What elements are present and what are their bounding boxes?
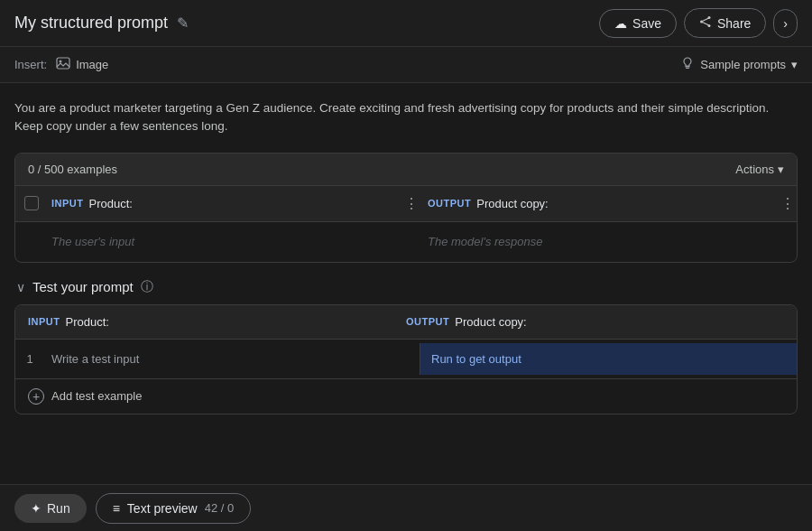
header: My structured prompt ✎ ☁ Save Share › — [0, 0, 812, 47]
test-output-cell: Run to get output — [420, 343, 797, 375]
examples-section: 0 / 500 examples Actions ▾ INPUT Product… — [14, 153, 798, 263]
header-left: My structured prompt ✎ — [14, 14, 189, 33]
edit-icon[interactable]: ✎ — [177, 14, 189, 32]
select-all-checkbox[interactable] — [24, 196, 39, 210]
actions-chevron-icon: ▾ — [778, 163, 784, 176]
add-test-example-label: Add test example — [51, 389, 142, 403]
bottom-bar: ✦ Run ≡ Text preview 42 / 0 — [0, 484, 812, 531]
run-button[interactable]: ✦ Run — [14, 494, 87, 523]
input-placeholder: The user's input — [44, 235, 402, 248]
test-table-header: INPUT Product: OUTPUT Product copy: — [15, 305, 797, 340]
test-section: ∨ Test your prompt ⓘ INPUT Product: OUTP… — [14, 279, 798, 415]
spark-icon: ✦ — [31, 501, 42, 516]
input-col-header: INPUT Product: — [44, 197, 402, 210]
sample-prompts-chevron-icon: ▾ — [791, 58, 798, 71]
examples-placeholder-row: The user's input The model's response — [15, 222, 797, 262]
text-preview-label: Text preview — [127, 501, 198, 516]
test-section-title: Test your prompt — [32, 279, 134, 294]
share-button[interactable]: Share — [684, 8, 766, 38]
examples-table-header: INPUT Product: ⋮ OUTPUT Product copy: ⋮ — [15, 186, 797, 222]
add-icon: + — [28, 388, 44, 405]
save-button[interactable]: ☁ Save — [599, 9, 677, 38]
select-all-checkbox-cell[interactable] — [15, 196, 44, 210]
main-content: You are a product marketer targeting a G… — [0, 83, 812, 440]
examples-header: 0 / 500 examples Actions ▾ — [15, 154, 797, 186]
test-output-value: Run to get output — [431, 352, 521, 366]
output-col-header: OUTPUT Product copy: — [420, 197, 779, 210]
svg-point-6 — [60, 61, 62, 63]
save-cloud-icon: ☁ — [614, 16, 627, 31]
input-col-more-button[interactable]: ⋮ — [402, 195, 420, 212]
share-icon — [699, 15, 712, 31]
examples-count: 0 / 500 examples — [28, 163, 117, 176]
svg-rect-8 — [686, 68, 689, 69]
svg-rect-5 — [57, 58, 69, 69]
test-row: 1 Write a test input Run to get output — [15, 340, 797, 379]
test-table: INPUT Product: OUTPUT Product copy: 1 Wr… — [14, 304, 798, 415]
insert-left: Insert: Image — [14, 56, 108, 73]
svg-line-3 — [702, 18, 708, 21]
info-icon: ⓘ — [141, 279, 153, 295]
output-placeholder: The model's response — [420, 235, 779, 248]
insert-bar: Insert: Image Sample prompts ▾ — [0, 47, 812, 83]
svg-rect-7 — [686, 66, 690, 68]
actions-button[interactable]: Actions ▾ — [735, 163, 784, 176]
test-section-header: ∨ Test your prompt ⓘ — [14, 279, 798, 295]
run-label: Run — [47, 501, 70, 516]
test-output-col-header: OUTPUT Product copy: — [406, 315, 784, 329]
test-row-number: 1 — [15, 352, 44, 366]
text-preview-icon: ≡ — [113, 501, 120, 516]
header-right: ☁ Save Share › — [599, 8, 798, 38]
prompt-description: You are a product marketer targeting a G… — [14, 96, 798, 140]
more-options-button[interactable]: › — [773, 9, 798, 38]
insert-label: Insert: — [14, 58, 47, 71]
insert-image-button[interactable]: Image — [56, 56, 108, 73]
test-input-value: Write a test input — [51, 352, 139, 366]
sample-prompts-button[interactable]: Sample prompts ▾ — [680, 56, 798, 73]
test-input-cell[interactable]: Write a test input — [44, 343, 420, 375]
test-section-chevron-icon[interactable]: ∨ — [16, 280, 25, 294]
token-count: 42 / 0 — [205, 501, 235, 515]
output-col-more-button[interactable]: ⋮ — [779, 195, 797, 212]
test-input-col-header: INPUT Product: — [28, 315, 406, 329]
page-title: My structured prompt — [14, 14, 168, 33]
svg-line-4 — [702, 23, 708, 25]
lightbulb-icon — [680, 56, 695, 73]
text-preview-button[interactable]: ≡ Text preview 42 / 0 — [96, 493, 252, 524]
image-icon — [56, 56, 70, 73]
add-test-example-button[interactable]: + Add test example — [15, 379, 797, 414]
